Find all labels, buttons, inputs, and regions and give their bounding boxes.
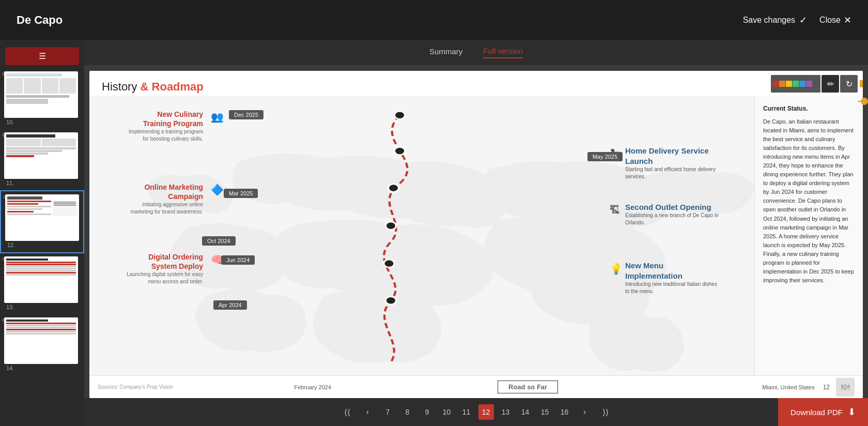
digital-title: Digital OrderingSystem Deploy — [95, 252, 203, 271]
timeline-item-menu: New MenuImplementation Introducing new t… — [625, 261, 749, 295]
content-area: Summary Full version — [84, 40, 868, 426]
date-badge-dec2025: Dec 2025 — [229, 110, 264, 119]
connector-dot-outer — [861, 98, 868, 105]
timeline-item-delivery: Home Delivery ServiceLaunch Starting fas… — [625, 146, 749, 180]
page-button-15[interactable]: 15 — [537, 404, 553, 420]
sidebar-item-13[interactable]: 👁 13. — [0, 253, 84, 314]
menu-icon: 💡 — [610, 263, 623, 275]
sidebar-item-10[interactable]: 👁 10. — [0, 68, 84, 129]
slide-title-highlight: & Roadmap — [141, 80, 204, 93]
tab-summary[interactable]: Summary — [429, 47, 462, 58]
download-pdf-label: Download PDF — [791, 408, 843, 417]
slide-thumbnail-12 — [5, 194, 79, 241]
timeline-item-digital: Digital OrderingSystem Deploy Launching … — [95, 252, 203, 285]
sidebar-menu-button[interactable]: ☰ — [5, 47, 79, 65]
timeline-item-marketing: Online MarketingCampaign Initiating aggr… — [95, 182, 203, 216]
color-swatch-purple[interactable] — [806, 81, 812, 87]
save-changes-label: Save changes — [743, 16, 795, 25]
last-icon: ⟩⟩ — [602, 407, 609, 417]
date-badge-may2025: May 2025 — [587, 151, 623, 161]
page-first-button[interactable]: ⟨⟨ — [339, 404, 355, 420]
color-swatch-orange[interactable] — [779, 81, 785, 87]
slide-number-10: 10. — [4, 118, 80, 126]
page-last-button[interactable]: ⟩⟩ — [597, 404, 614, 420]
page-button-10[interactable]: 10 — [439, 404, 455, 420]
color-swatch-blue[interactable] — [799, 81, 805, 87]
main-layout: ☰ 👁 10. 👁 — [0, 40, 868, 426]
edit-icon: ✏ — [827, 79, 834, 89]
color-swatch-green[interactable] — [793, 81, 799, 87]
tabs-bar: Summary Full version — [84, 40, 868, 66]
slide-header: History & Roadmap — [89, 71, 863, 96]
marketing-title: Online MarketingCampaign — [95, 182, 203, 201]
close-icon: ✕ — [844, 14, 851, 26]
slide-thumbnail-13 — [4, 256, 78, 303]
page-button-14[interactable]: 14 — [518, 404, 533, 420]
culinary-title: New CulinaryTraining Program — [95, 110, 203, 128]
top-bar: De Capo Save changes ✓ Close ✕ — [0, 0, 868, 40]
color-swatch-yellow[interactable] — [786, 81, 792, 87]
date-badge-mar2025: Mar 2025 — [224, 188, 258, 197]
download-icon: ⬇ — [848, 406, 856, 418]
pagination-row: ⟨⟨ ‹ 7 8 9 10 11 12 13 14 15 16 › ⟩⟩ — [84, 404, 868, 420]
outlet-icon: 🏗 — [610, 204, 620, 216]
delivery-title: Home Delivery ServiceLaunch — [625, 146, 749, 166]
top-bar-actions: Save changes ✓ Close ✕ — [743, 14, 851, 26]
status-panel-text: De Capo, an Italian restaurant located i… — [763, 117, 855, 285]
pagination-bar: ⟨⟨ ‹ 7 8 9 10 11 12 13 14 15 16 › ⟩⟩ — [84, 398, 868, 426]
download-area: Download PDF ⬇ — [778, 398, 868, 426]
marketing-desc: Initiating aggressive onlinemarketing fo… — [95, 201, 203, 216]
close-button[interactable]: Close ✕ — [819, 14, 851, 26]
close-label: Close — [819, 16, 841, 25]
date-badge-jun2024: Jun 2024 — [221, 255, 255, 264]
slide-title-plain: History — [102, 80, 141, 93]
footer-logo: 🍽 — [836, 378, 855, 397]
page-prev-button[interactable]: ‹ — [360, 404, 376, 420]
page-button-9[interactable]: 9 — [420, 404, 435, 420]
date-badge-apr2024: Apr 2024 — [213, 300, 247, 309]
slide-number-14: 14. — [4, 364, 80, 372]
page-button-8[interactable]: 8 — [400, 404, 415, 420]
app-title: De Capo — [17, 13, 63, 27]
first-icon: ⟨⟨ — [344, 407, 350, 417]
save-changes-button[interactable]: Save changes ✓ — [743, 14, 807, 26]
download-pdf-button[interactable]: Download PDF ⬇ — [778, 398, 868, 426]
tab-full-version[interactable]: Full version — [483, 47, 523, 58]
outlet-title: Second Outlet Opening — [625, 202, 749, 212]
page-next-button[interactable]: › — [577, 404, 593, 420]
page-button-16[interactable]: 16 — [557, 404, 572, 420]
sidebar-item-11[interactable]: 👁 11. — [0, 129, 84, 190]
slide-thumbnail-11 — [4, 132, 78, 179]
digital-desc: Launching digital system for easymenu ac… — [95, 271, 203, 285]
marketing-icon: 🔷 — [211, 184, 224, 196]
sidebar-item-14[interactable]: 👁 14. — [0, 314, 84, 375]
edit-tool-button[interactable]: ✏ — [822, 75, 839, 93]
slide-thumbnail-10 — [4, 71, 78, 118]
culinary-desc: Implementing a training programfor boost… — [95, 128, 203, 143]
connector-dot — [860, 80, 863, 87]
color-swatch-gray[interactable] — [813, 81, 819, 87]
slide-thumbnail-14 — [4, 317, 78, 364]
color-swatch-red[interactable] — [772, 81, 779, 87]
status-panel: Current Status. De Capo, an Italian rest… — [754, 96, 863, 375]
sidebar: ☰ 👁 10. 👁 — [0, 40, 84, 426]
page-button-13[interactable]: 13 — [498, 404, 514, 420]
footer-page: 12 — [823, 384, 830, 391]
checkmark-icon: ✓ — [799, 14, 807, 26]
timeline-area: New CulinaryTraining Program Implementin… — [89, 96, 754, 375]
page-button-11[interactable]: 11 — [459, 404, 474, 420]
menu-title: New MenuImplementation — [625, 261, 749, 281]
menu-desc: Introducing new traditional Italian dish… — [625, 281, 749, 295]
slide-title: History & Roadmap — [102, 80, 204, 93]
slide-viewer: ✏ ↻ History & Roadmap — [84, 66, 868, 398]
status-panel-title: Current Status. — [763, 104, 855, 113]
refresh-tool-button[interactable]: ↻ — [840, 75, 858, 93]
slide-toolbar: ✏ ↻ — [771, 75, 859, 93]
page-button-7[interactable]: 7 — [380, 404, 396, 420]
slide-body: New CulinaryTraining Program Implementin… — [89, 96, 863, 375]
timeline-item-outlet: Second Outlet Opening Establishing a new… — [625, 202, 749, 227]
page-button-12[interactable]: 12 — [478, 404, 494, 420]
menu-icon: ☰ — [39, 51, 46, 61]
sidebar-item-12[interactable]: 👁 — [0, 190, 84, 253]
slide-number-12: 12. — [5, 241, 79, 249]
